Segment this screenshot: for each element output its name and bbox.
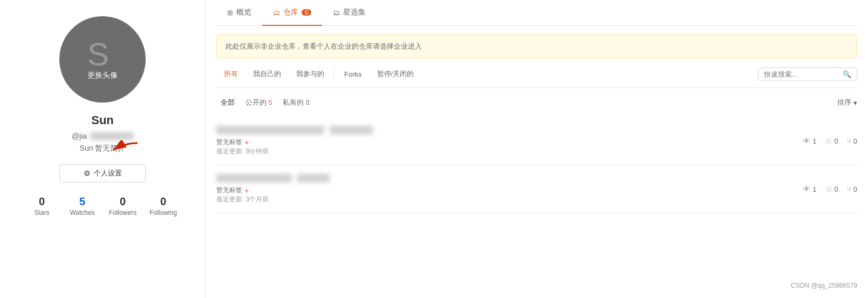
watermark: CSDN @qq_25866579 <box>791 282 857 289</box>
tag-label: 暂无标签 <box>216 186 242 195</box>
stars-count: 0 <box>835 185 838 193</box>
public-count: 5 <box>269 99 272 106</box>
chevron-down-icon: ▾ <box>853 99 857 107</box>
eye-icon: 👁 <box>803 137 810 145</box>
repo-name-blur <box>216 174 292 182</box>
user-name: Sun <box>22 113 183 127</box>
stat-followers[interactable]: 0 Followers <box>102 195 143 216</box>
filter-all[interactable]: 所有 <box>216 67 245 81</box>
handle-blur <box>90 132 133 140</box>
repo-stats: 👁 1 ☆ 0 ⑂ 0 <box>803 185 857 193</box>
stars-count: 0 <box>22 195 62 208</box>
table-row: 暂无标签 + 最近更新: 3个月前 👁 1 ☆ 0 ⑂ <box>216 165 857 213</box>
repo-name-blur <box>216 126 324 134</box>
following-count: 0 <box>143 195 183 208</box>
filter-contributed[interactable]: 我参与的 <box>289 67 332 81</box>
repo-stars: ☆ 0 <box>825 185 838 193</box>
repo-stats: 👁 1 ☆ 0 ⑂ 0 <box>803 137 857 145</box>
tab-repos[interactable]: 🗂 仓库 5 <box>262 0 322 26</box>
settings-button[interactable]: ⚙ 个人设置 <box>59 164 146 182</box>
repo-name-blur-sm <box>330 126 373 134</box>
sub-filter-left: 全部 公开的 5 私有的 0 <box>216 97 314 109</box>
repos-badge: 5 <box>302 9 311 16</box>
watches-label: Watches <box>62 209 102 216</box>
overview-icon: ⊞ <box>227 9 233 17</box>
fork-icon: ⑂ <box>847 185 851 193</box>
eye-icon: 👁 <box>803 185 810 193</box>
star-icon: ☆ <box>825 137 832 145</box>
sort-label: 排序 <box>837 98 851 107</box>
following-label: Following <box>143 209 183 216</box>
add-tag-icon[interactable]: + <box>244 138 249 147</box>
forks-count: 0 <box>853 137 857 145</box>
sidebar: S 更换头像 Sun @jia Sun 暂无简介 ⚙ 个人设置 <box>0 0 205 298</box>
forks-count: 0 <box>853 185 857 193</box>
repo-tag[interactable]: 暂无标签 + <box>216 138 803 147</box>
repo-views: 👁 1 <box>803 137 816 145</box>
repo-info: 暂无标签 + 最近更新: 9分钟前 <box>216 126 803 156</box>
repo-name-blur-sm <box>297 174 330 182</box>
avatar-letter: S <box>87 38 118 71</box>
gear-icon: ⚙ <box>84 169 91 178</box>
tag-label: 暂无标签 <box>216 138 242 147</box>
search-input[interactable] <box>764 70 839 78</box>
tab-bar: ⊞ 概览 🗂 仓库 5 🗂 星选集 <box>216 0 857 26</box>
repo-forks: ⑂ 0 <box>847 185 857 193</box>
avatar[interactable]: S 更换头像 <box>59 16 146 103</box>
stars-count: 0 <box>835 137 838 145</box>
views-count: 1 <box>812 185 816 193</box>
repo-name-row <box>216 174 803 182</box>
add-tag-icon[interactable]: + <box>244 186 249 195</box>
stars-tab-icon: 🗂 <box>333 9 340 17</box>
stat-stars[interactable]: 0 Stars <box>22 195 62 216</box>
stat-following[interactable]: 0 Following <box>143 195 183 216</box>
star-icon: ☆ <box>825 185 832 193</box>
repo-stars: ☆ 0 <box>825 137 838 145</box>
tab-repos-label: 仓库 <box>283 8 298 17</box>
main-content: ⊞ 概览 🗂 仓库 5 🗂 星选集 此处仅展示非企业仓库，查看个人在企业的仓库请… <box>205 0 868 298</box>
handle-prefix: @jia <box>72 132 87 140</box>
filter-row: 所有 我自己的 我参与的 Forks 暂停/关闭的 🔍 <box>216 67 857 88</box>
red-arrow-icon <box>108 140 140 157</box>
sub-filter-public[interactable]: 公开的 5 <box>241 97 276 109</box>
followers-count: 0 <box>102 195 143 208</box>
user-bio: Sun 暂无简介 <box>22 144 183 153</box>
repo-info: 暂无标签 + 最近更新: 3个月前 <box>216 174 803 204</box>
repo-update: 最近更新: 3个月前 <box>216 195 803 204</box>
user-handle-row: @jia <box>22 132 183 140</box>
stats-row: 0 Stars 5 Watches 0 Followers 0 Followin… <box>22 195 183 216</box>
sub-filter-all[interactable]: 全部 <box>216 97 239 109</box>
search-box[interactable]: 🔍 <box>758 67 857 81</box>
filter-divider <box>334 70 334 78</box>
avatar-change-text: 更换头像 <box>87 71 118 79</box>
private-label: 私有的 <box>283 98 304 106</box>
settings-button-label: 个人设置 <box>94 168 122 178</box>
sort-button[interactable]: 排序 ▾ <box>837 98 857 107</box>
repos-icon: 🗂 <box>273 9 280 17</box>
tab-overview-label: 概览 <box>236 8 251 17</box>
views-count: 1 <box>812 137 816 145</box>
sub-filter-row: 全部 公开的 5 私有的 0 排序 ▾ <box>216 97 857 109</box>
repo-update: 最近更新: 9分钟前 <box>216 147 803 156</box>
repo-tag[interactable]: 暂无标签 + <box>216 186 803 195</box>
followers-label: Followers <box>102 209 143 216</box>
public-label: 公开的 <box>245 98 266 106</box>
stars-label: Stars <box>22 209 62 216</box>
tab-overview[interactable]: ⊞ 概览 <box>216 0 262 26</box>
notice-text: 此处仅展示非企业仓库，查看个人在企业的仓库请选择企业进入 <box>225 42 422 50</box>
stat-watches[interactable]: 5 Watches <box>62 195 102 216</box>
watches-count: 5 <box>62 195 102 208</box>
fork-icon: ⑂ <box>847 137 851 145</box>
tab-stars-label: 星选集 <box>343 8 366 17</box>
repo-views: 👁 1 <box>803 185 816 193</box>
repo-forks: ⑂ 0 <box>847 137 857 145</box>
tab-stars[interactable]: 🗂 星选集 <box>322 0 377 26</box>
filter-forks[interactable]: Forks <box>337 68 370 80</box>
notice-bar: 此处仅展示非企业仓库，查看个人在企业的仓库请选择企业进入 <box>216 35 857 58</box>
private-count: 0 <box>306 99 310 106</box>
filter-mine[interactable]: 我自己的 <box>245 67 289 81</box>
repo-list: 暂无标签 + 最近更新: 9分钟前 👁 1 ☆ 0 ⑂ <box>216 117 857 213</box>
filter-archived[interactable]: 暂停/关闭的 <box>370 67 422 81</box>
search-icon: 🔍 <box>843 70 851 78</box>
sub-filter-private[interactable]: 私有的 0 <box>278 97 313 109</box>
